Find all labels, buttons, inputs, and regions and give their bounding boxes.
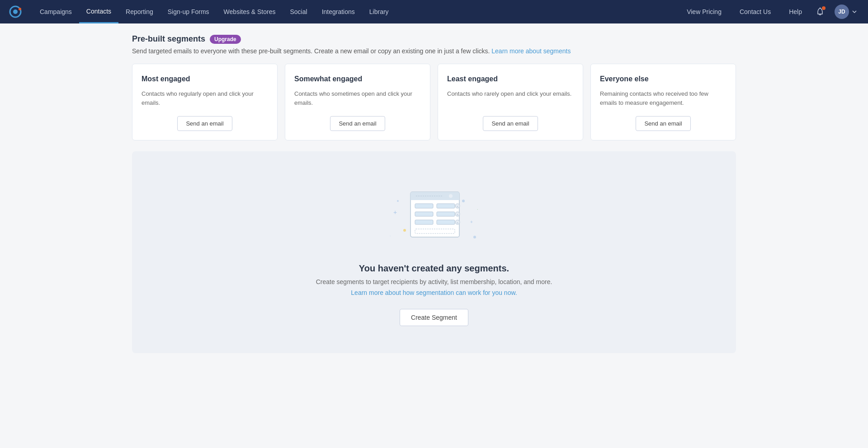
notification-dot [822, 6, 826, 10]
contact-us-link[interactable]: Contact Us [732, 0, 778, 23]
svg-rect-27 [437, 220, 455, 224]
everyone-else-title: Everyone else [600, 75, 726, 83]
nav-websites[interactable]: Websites & Stores [217, 0, 283, 23]
svg-point-8 [462, 200, 465, 202]
avatar: JD [835, 5, 849, 19]
right-nav: View Pricing Contact Us Help JD [679, 0, 861, 23]
svg-point-3 [19, 8, 21, 10]
chevron-down-icon [852, 9, 857, 14]
nav-campaigns[interactable]: Campaigns [33, 0, 79, 23]
empty-segments-section: + + · · [132, 151, 736, 353]
upgrade-badge[interactable]: Upgrade [210, 35, 241, 44]
nav-reporting[interactable]: Reporting [118, 0, 160, 23]
app-logo[interactable] [7, 4, 24, 20]
somewhat-engaged-send-email-button[interactable]: Send an email [330, 116, 385, 131]
empty-state-title: You haven't created any segments. [359, 263, 509, 274]
most-engaged-title: Most engaged [142, 75, 268, 83]
svg-rect-22 [415, 212, 433, 216]
empty-state-description: Create segments to target recipients by … [316, 278, 552, 285]
nav-contacts[interactable]: Contacts [79, 0, 118, 23]
everyone-else-send-email-button[interactable]: Send an email [636, 116, 690, 131]
most-engaged-description: Contacts who regularly open and click yo… [142, 89, 268, 107]
somewhat-engaged-description: Contacts who sometimes open and click yo… [294, 89, 421, 107]
svg-text:✕: ✕ [456, 205, 459, 208]
svg-text:✕: ✕ [456, 213, 459, 216]
nav-signupforms[interactable]: Sign-up Forms [160, 0, 217, 23]
prebuilt-segments-header: Pre-built segments Upgrade [132, 34, 736, 44]
main-nav-links: Campaigns Contacts Reporting Sign-up For… [33, 0, 679, 23]
svg-text:·: · [477, 207, 478, 212]
svg-rect-18 [415, 204, 433, 208]
nav-library[interactable]: Library [362, 0, 396, 23]
empty-illustration: + + · · [380, 178, 488, 251]
top-navigation: Campaigns Contacts Reporting Sign-up For… [0, 0, 868, 23]
svg-point-7 [403, 229, 406, 232]
most-engaged-send-email-button[interactable]: Send an email [177, 116, 232, 131]
learn-more-segments-link[interactable]: Learn more about segments [491, 47, 571, 55]
svg-text:+: + [470, 219, 473, 224]
segment-cards-grid: Most engaged Contacts who regularly open… [132, 64, 736, 140]
help-link[interactable]: Help [782, 0, 809, 23]
create-segment-button[interactable]: Create Segment [400, 309, 468, 326]
user-avatar-button[interactable]: JD [831, 0, 861, 23]
somewhat-engaged-card: Somewhat engaged Contacts who sometimes … [285, 64, 430, 140]
svg-rect-23 [437, 212, 455, 216]
least-engaged-send-email-button[interactable]: Send an email [483, 116, 538, 131]
learn-segmentation-link[interactable]: Learn more about how segmentation can wo… [351, 289, 517, 296]
everyone-else-description: Remaining contacts who received too few … [600, 89, 726, 107]
svg-point-2 [13, 9, 18, 14]
notifications-button[interactable] [813, 5, 827, 19]
prebuilt-description: Send targeted emails to everyone with th… [132, 47, 736, 55]
least-engaged-description: Contacts who rarely open and click your … [447, 89, 574, 107]
most-engaged-card: Most engaged Contacts who regularly open… [132, 64, 278, 140]
svg-text:·: · [390, 234, 391, 238]
nav-integrations[interactable]: Integrations [315, 0, 362, 23]
svg-rect-15 [410, 197, 459, 200]
svg-rect-26 [415, 220, 433, 224]
prebuilt-title: Pre-built segments [132, 34, 205, 44]
nav-social[interactable]: Social [283, 0, 315, 23]
least-engaged-title: Least engaged [447, 75, 574, 83]
view-pricing-link[interactable]: View Pricing [679, 0, 729, 23]
somewhat-engaged-title: Somewhat engaged [294, 75, 421, 83]
page-content: Pre-built segments Upgrade Send targeted… [118, 23, 750, 364]
everyone-else-card: Everyone else Remaining contacts who rec… [590, 64, 736, 140]
svg-rect-19 [437, 204, 455, 208]
svg-text:✕: ✕ [456, 221, 459, 224]
svg-text:+: + [393, 209, 397, 216]
svg-point-9 [473, 236, 476, 238]
svg-point-16 [449, 194, 453, 198]
least-engaged-card: Least engaged Contacts who rarely open a… [438, 64, 583, 140]
svg-point-10 [397, 200, 399, 202]
